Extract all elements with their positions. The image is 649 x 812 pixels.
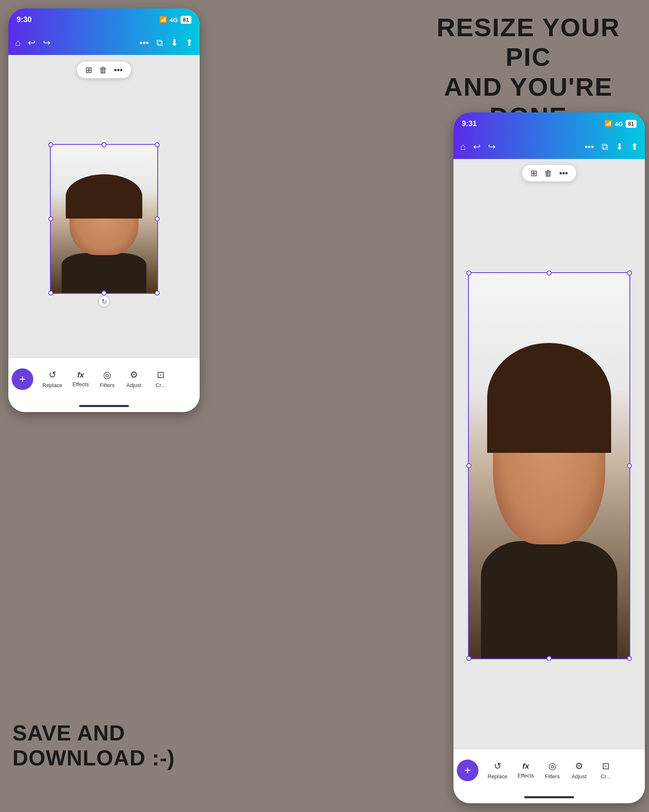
float-delete-right[interactable]: 🗑 bbox=[544, 169, 552, 178]
person-photo-right bbox=[469, 273, 629, 658]
handle-mr-right[interactable] bbox=[627, 463, 632, 468]
more-icon-left[interactable]: ••• bbox=[139, 37, 149, 48]
crop-label-left: Cr... bbox=[156, 382, 166, 388]
adjust-icon-right: ⚙ bbox=[575, 761, 583, 772]
tool-effects-right[interactable]: fx Effects bbox=[513, 762, 538, 779]
bottom-toolbar-left: + ↺ Replace fx Effects ◎ Filters ⚙ Adjus… bbox=[8, 358, 200, 400]
share-icon-left[interactable]: ⬆ bbox=[186, 37, 193, 48]
crop-icon-left: ⊡ bbox=[157, 370, 164, 380]
crop-label-right: Cr... bbox=[601, 773, 611, 780]
redo-icon-left[interactable]: ↪ bbox=[43, 37, 50, 48]
handle-tr-right[interactable] bbox=[627, 271, 632, 276]
effects-icon-right: fx bbox=[523, 762, 529, 771]
tool-crop-right[interactable]: ⊡ Cr... bbox=[593, 761, 618, 780]
status-bar-right: 9:31 📶 4G 81 bbox=[453, 112, 645, 135]
home-bar-left bbox=[8, 400, 200, 412]
adjust-label-right: Adjust bbox=[572, 773, 587, 780]
status-icons-right: 📶 4G 81 bbox=[604, 120, 637, 128]
home-bar-right bbox=[453, 791, 645, 803]
download-icon-left[interactable]: ⬇ bbox=[171, 37, 178, 48]
bottom-text: Save and Download :-) bbox=[12, 720, 191, 770]
network-left: 4G bbox=[170, 16, 178, 23]
float-copy-right[interactable]: ⊞ bbox=[530, 168, 538, 178]
handle-br-right[interactable] bbox=[627, 656, 632, 661]
battery-right: 81 bbox=[626, 120, 637, 128]
status-bar-left: 9:30 📶 4G 81 bbox=[8, 8, 200, 31]
undo-icon-left[interactable]: ↩ bbox=[28, 37, 35, 48]
handle-bl-left[interactable] bbox=[48, 291, 53, 295]
heading-line1: Resize your Pic bbox=[420, 12, 637, 72]
download-icon-right[interactable]: ⬇ bbox=[616, 142, 623, 152]
undo-icon-right[interactable]: ↩ bbox=[473, 142, 481, 152]
handle-mr-left[interactable] bbox=[155, 216, 160, 221]
adjust-label-left: Adjust bbox=[126, 382, 141, 388]
handle-ml-left[interactable] bbox=[48, 216, 53, 221]
float-menu-left: ⊞ 🗑 ••• bbox=[77, 62, 131, 78]
effects-label-right: Effects bbox=[518, 772, 534, 779]
home-icon-right[interactable]: ⌂ bbox=[460, 142, 466, 152]
handle-ml-right[interactable] bbox=[466, 463, 471, 468]
share-icon-right[interactable]: ⬆ bbox=[631, 142, 638, 152]
replace-label-right: Replace bbox=[488, 773, 508, 780]
canvas-right: ⊞ 🗑 ••• bbox=[453, 159, 645, 749]
copy-icon-right[interactable]: ⧉ bbox=[602, 142, 608, 152]
filters-label-right: Filters bbox=[545, 773, 560, 780]
float-menu-right: ⊞ 🗑 ••• bbox=[522, 165, 576, 181]
network-right: 4G bbox=[615, 120, 623, 127]
signal-icon-right: 📶 bbox=[604, 120, 612, 127]
filters-label-left: Filters bbox=[100, 382, 114, 388]
fab-left[interactable]: + bbox=[12, 368, 33, 390]
redo-icon-right[interactable]: ↪ bbox=[488, 142, 495, 152]
handle-bm-right[interactable] bbox=[547, 656, 552, 661]
handle-tl-right[interactable] bbox=[466, 271, 471, 276]
copy-icon-left[interactable]: ⧉ bbox=[156, 37, 163, 48]
photo-frame-right bbox=[468, 272, 630, 659]
tool-replace-right[interactable]: ↺ Replace bbox=[483, 761, 512, 780]
phone-left: 9:30 📶 4G 81 ⌂ ↩ ↪ ••• ⧉ ⬇ ⬆ ⊞ bbox=[8, 8, 200, 412]
filters-icon-right: ◎ bbox=[548, 761, 556, 772]
rotate-handle-left[interactable]: ↻ bbox=[98, 295, 110, 307]
float-delete-left[interactable]: 🗑 bbox=[99, 65, 107, 75]
tool-adjust-left[interactable]: ⚙ Adjust bbox=[121, 370, 146, 388]
handle-tm-left[interactable] bbox=[102, 142, 107, 147]
float-more-left[interactable]: ••• bbox=[114, 65, 123, 75]
time-left: 9:30 bbox=[17, 15, 32, 24]
signal-icon-left: 📶 bbox=[159, 16, 167, 23]
tool-filters-left[interactable]: ◎ Filters bbox=[95, 370, 120, 388]
effects-label-left: Effects bbox=[72, 381, 89, 387]
status-icons-left: 📶 4G 81 bbox=[159, 16, 191, 24]
float-copy-left[interactable]: ⊞ bbox=[85, 65, 92, 75]
home-icon-left[interactable]: ⌂ bbox=[15, 37, 20, 48]
toolbar-left: ⌂ ↩ ↪ ••• ⧉ ⬇ ⬆ bbox=[8, 31, 200, 55]
handle-bm-left[interactable] bbox=[102, 291, 107, 295]
handle-br-left[interactable] bbox=[155, 291, 160, 295]
handle-tr-left[interactable] bbox=[155, 142, 160, 147]
battery-left: 81 bbox=[181, 16, 191, 24]
canvas-left: ⊞ 🗑 ••• bbox=[8, 55, 200, 358]
tool-effects-left[interactable]: fx Effects bbox=[68, 371, 93, 387]
replace-label-left: Replace bbox=[42, 382, 62, 388]
tool-crop-left[interactable]: ⊡ Cr... bbox=[148, 370, 173, 388]
home-indicator-right bbox=[524, 796, 574, 798]
bottom-toolbar-right: + ↺ Replace fx Effects ◎ Filters ⚙ Adjus… bbox=[453, 749, 645, 791]
toolbar-right: ⌂ ↩ ↪ ••• ⧉ ⬇ ⬆ bbox=[453, 135, 645, 159]
fab-right[interactable]: + bbox=[457, 760, 478, 781]
handle-tm-right[interactable] bbox=[547, 271, 552, 276]
tool-filters-right[interactable]: ◎ Filters bbox=[540, 761, 565, 780]
crop-icon-right: ⊡ bbox=[602, 761, 609, 772]
handle-tl-left[interactable] bbox=[48, 142, 53, 147]
tool-replace-left[interactable]: ↺ Replace bbox=[38, 370, 67, 388]
person-photo-left bbox=[51, 145, 157, 293]
effects-icon-left: fx bbox=[77, 371, 84, 380]
tool-adjust-right[interactable]: ⚙ Adjust bbox=[567, 761, 592, 780]
adjust-icon-left: ⚙ bbox=[130, 370, 138, 380]
filters-icon-left: ◎ bbox=[103, 370, 111, 380]
photo-frame-left: ↻ bbox=[50, 144, 158, 294]
replace-icon-left: ↺ bbox=[49, 370, 56, 380]
handle-bl-right[interactable] bbox=[466, 656, 471, 661]
more-icon-right[interactable]: ••• bbox=[585, 142, 594, 152]
home-indicator-left bbox=[79, 405, 129, 407]
float-more-right[interactable]: ••• bbox=[559, 169, 568, 178]
time-right: 9:31 bbox=[462, 119, 477, 128]
replace-icon-right: ↺ bbox=[494, 761, 501, 772]
